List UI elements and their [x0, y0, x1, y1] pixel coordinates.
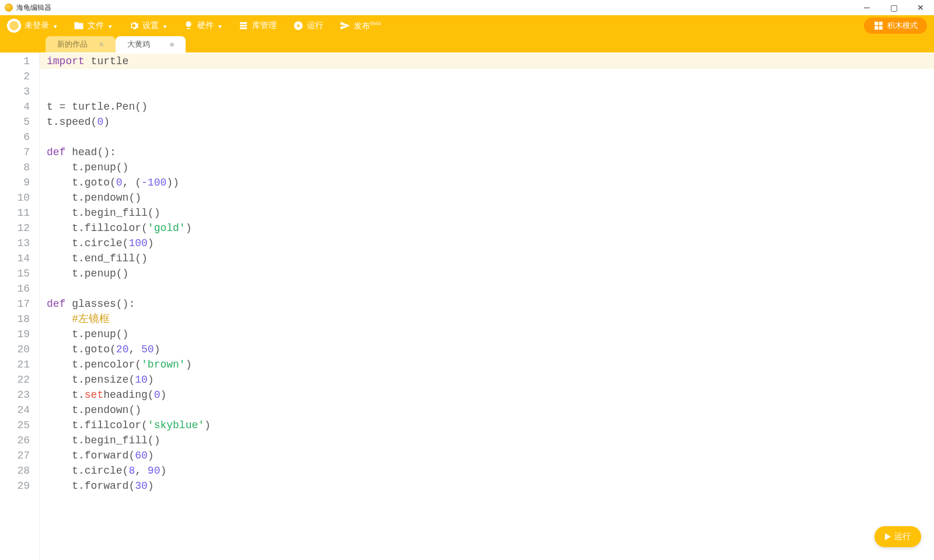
window-maximize-button[interactable]: ▢ — [880, 0, 907, 15]
line-number: 24 — [0, 402, 39, 418]
code-line[interactable]: t.penup() — [40, 266, 934, 281]
code-line[interactable]: t.forward(60) — [40, 448, 934, 463]
login-label: 未登录 — [25, 20, 49, 31]
code-editor[interactable]: 1234567891011121314151617181920212223242… — [0, 52, 934, 560]
line-number: 11 — [0, 205, 39, 220]
library-icon — [238, 20, 249, 31]
tab-label: 大黄鸡 — [127, 39, 150, 50]
hardware-menu[interactable]: 硬件 — [183, 20, 222, 31]
line-number: 14 — [0, 251, 39, 266]
line-number: 4 — [0, 99, 39, 114]
hardware-label: 硬件 — [197, 20, 214, 31]
code-line[interactable]: import turtle — [40, 54, 934, 69]
run-label: 运行 — [307, 20, 323, 31]
code-line[interactable]: t.begin_fill() — [40, 205, 934, 220]
line-number: 29 — [0, 478, 39, 494]
code-line[interactable]: t.circle(8, 90) — [40, 463, 934, 478]
line-number: 9 — [0, 175, 39, 190]
line-number: 16 — [0, 281, 39, 296]
main-toolbar: 未登录 文件 设置 硬件 库管理 运行 发布Beta — [0, 15, 934, 36]
code-line[interactable]: t.circle(100) — [40, 236, 934, 251]
library-label: 库管理 — [252, 20, 277, 31]
code-line[interactable]: t.fillcolor('skyblue') — [40, 418, 934, 433]
code-line[interactable]: t.fillcolor('gold') — [40, 220, 934, 236]
line-number: 19 — [0, 327, 39, 342]
play-icon — [885, 533, 891, 540]
play-circle-icon — [293, 20, 304, 31]
code-line[interactable]: t.speed(0) — [40, 114, 934, 130]
tab-active[interactable]: 大黄鸡 — [116, 36, 186, 52]
publish-label: 发布Beta — [354, 20, 381, 32]
line-number: 26 — [0, 433, 39, 448]
line-number: 21 — [0, 357, 39, 372]
code-line[interactable]: t.pendown() — [40, 402, 934, 418]
chevron-down-icon — [53, 21, 57, 30]
code-line[interactable]: t.goto(20, 50) — [40, 342, 934, 357]
app-icon — [5, 4, 13, 12]
line-number: 25 — [0, 418, 39, 433]
code-line[interactable] — [40, 130, 934, 145]
code-line[interactable]: t.penup() — [40, 327, 934, 342]
run-button[interactable]: 运行 — [293, 20, 323, 31]
code-line[interactable]: t.setheading(0) — [40, 387, 934, 402]
code-line[interactable]: #左镜框 — [40, 312, 934, 327]
tab-label: 新的作品 — [57, 39, 88, 50]
block-mode-button[interactable]: 积木模式 — [864, 18, 927, 34]
line-number-gutter: 1234567891011121314151617181920212223242… — [0, 52, 40, 560]
line-number: 20 — [0, 342, 39, 357]
line-number: 13 — [0, 236, 39, 251]
chevron-down-icon — [107, 21, 112, 30]
code-line[interactable] — [40, 84, 934, 99]
folder-icon — [74, 20, 84, 31]
settings-label: 设置 — [142, 20, 159, 31]
line-number: 22 — [0, 372, 39, 387]
code-line[interactable]: t = turtle.Pen() — [40, 99, 934, 114]
block-mode-label: 积木模式 — [887, 20, 918, 31]
line-number: 6 — [0, 130, 39, 145]
code-line[interactable] — [40, 281, 934, 296]
line-number: 1 — [0, 54, 39, 69]
code-line[interactable]: t.end_fill() — [40, 251, 934, 266]
publish-button[interactable]: 发布Beta — [340, 20, 381, 32]
line-number: 23 — [0, 387, 39, 402]
chevron-down-icon — [162, 21, 167, 30]
code-line[interactable]: t.pencolor('brown') — [40, 357, 934, 372]
line-number: 17 — [0, 296, 39, 312]
line-number: 2 — [0, 69, 39, 84]
line-number: 18 — [0, 312, 39, 327]
line-number: 7 — [0, 145, 39, 160]
code-line[interactable]: t.penup() — [40, 160, 934, 175]
window-close-button[interactable]: ✕ — [907, 0, 934, 15]
code-line[interactable]: t.pendown() — [40, 190, 934, 205]
code-line[interactable]: t.pensize(10) — [40, 372, 934, 387]
code-line[interactable]: t.forward(30) — [40, 478, 934, 494]
code-area[interactable]: import turtlet = turtle.Pen()t.speed(0)d… — [40, 52, 934, 560]
app-title: 海龟编辑器 — [16, 3, 51, 13]
code-line[interactable] — [40, 69, 934, 84]
file-label: 文件 — [88, 20, 104, 31]
line-number: 15 — [0, 266, 39, 281]
chevron-down-icon — [217, 21, 222, 30]
gear-icon — [128, 20, 139, 31]
avatar-icon — [7, 19, 21, 33]
settings-menu[interactable]: 设置 — [128, 20, 167, 31]
blocks-icon — [873, 20, 884, 31]
library-button[interactable]: 库管理 — [238, 20, 277, 31]
code-line[interactable]: def head(): — [40, 145, 934, 160]
login-menu[interactable]: 未登录 — [7, 19, 57, 33]
code-line[interactable]: t.goto(0, (-100)) — [40, 175, 934, 190]
hardware-icon — [183, 20, 194, 31]
line-number: 28 — [0, 463, 39, 478]
line-number: 8 — [0, 160, 39, 175]
tab-new-project[interactable]: 新的作品 × — [46, 36, 116, 52]
code-line[interactable]: t.begin_fill() — [40, 433, 934, 448]
run-fab-button[interactable]: 运行 — [874, 526, 921, 547]
line-number: 3 — [0, 84, 39, 99]
line-number: 27 — [0, 448, 39, 463]
file-menu[interactable]: 文件 — [74, 20, 112, 31]
line-number: 5 — [0, 114, 39, 130]
code-line[interactable]: def glasses(): — [40, 296, 934, 312]
window-minimize-button[interactable]: ─ — [853, 0, 880, 15]
tab-close-icon[interactable]: × — [99, 40, 104, 49]
line-number: 10 — [0, 190, 39, 205]
